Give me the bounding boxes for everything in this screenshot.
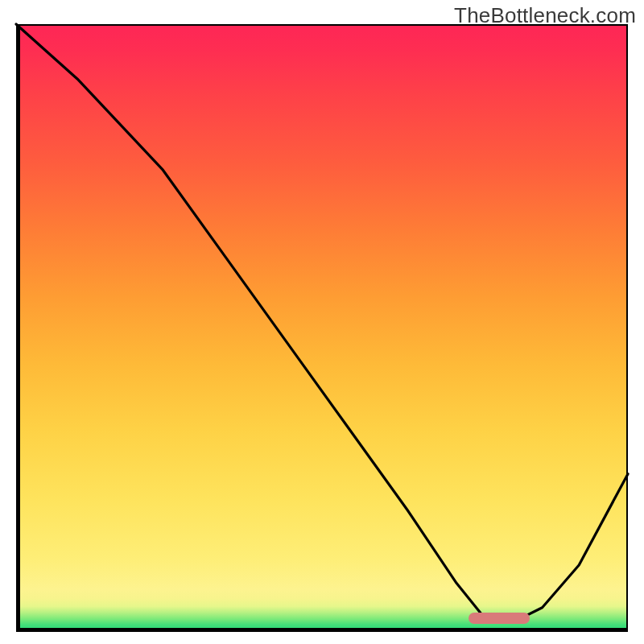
chart-container: TheBottleneck.com — [0, 0, 644, 644]
curve-svg — [16, 24, 628, 632]
optimal-range-marker — [469, 613, 530, 624]
plot-area — [16, 24, 628, 632]
bottleneck-curve-path — [16, 24, 628, 620]
